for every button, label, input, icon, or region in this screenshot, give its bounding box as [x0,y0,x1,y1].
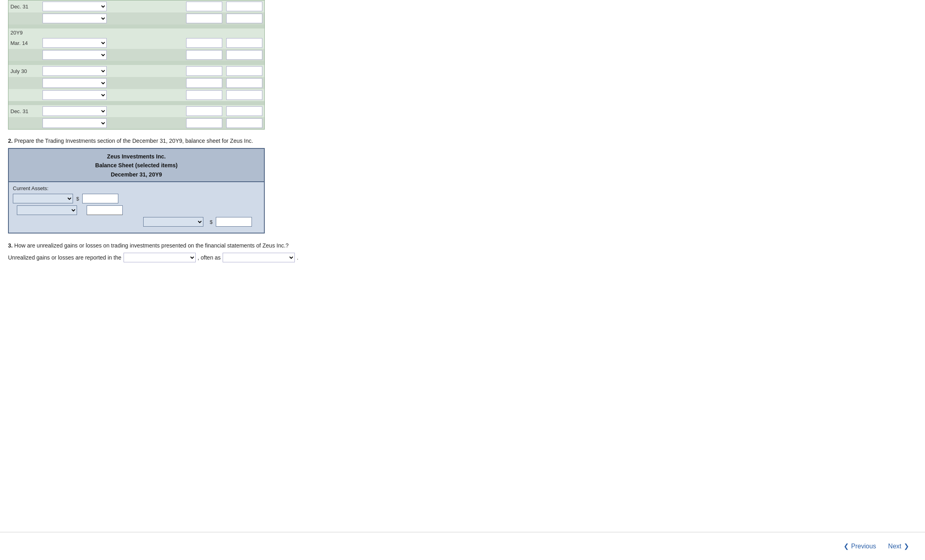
journal-input-dec31-a-debit[interactable] [186,106,222,116]
section3-text-end: . [297,254,298,261]
journal-input-dec31-a-credit[interactable] [226,106,262,116]
journal-input-1a-credit[interactable] [226,2,262,11]
section3-dropdown-1[interactable] [124,253,196,262]
section3-label: 3. How are unrealized gains or losses on… [8,242,473,249]
section3-text-middle: , often as [198,254,221,261]
journal-dropdown-mar14-b[interactable] [43,50,107,60]
journal-input-mar14-a-debit[interactable] [186,38,222,48]
bs-dropdown-row2[interactable] [17,205,77,215]
journal-dropdown-jul30-a[interactable] [43,66,107,76]
journal-dropdown-mar14-a[interactable] [43,38,107,48]
journal-dropdown-dec31-a[interactable] [43,106,107,116]
bs-input-row1[interactable] [82,194,118,203]
section2-description: 2. Prepare the Trading Investments secti… [8,138,473,144]
section3-text-before: Unrealized gains or losses are reported … [8,254,122,261]
journal-input-mar14-b-credit[interactable] [226,50,262,60]
journal-input-jul30-b-credit[interactable] [226,78,262,88]
journal-input-dec31-b-debit[interactable] [186,118,222,128]
journal-dropdown-1a[interactable] [43,2,107,11]
journal-dropdown-dec31-b[interactable] [43,118,107,128]
bs-input-row3[interactable] [216,217,252,227]
journal-input-jul30-c-credit[interactable] [226,90,262,100]
journal-input-jul30-c-debit[interactable] [186,90,222,100]
journal-input-mar14-b-debit[interactable] [186,50,222,60]
journal-input-mar14-a-credit[interactable] [226,38,262,48]
journal-input-jul30-b-debit[interactable] [186,78,222,88]
bs-company-name: Zeus Investments Inc. [9,152,264,161]
journal-input-1b-debit[interactable] [186,14,222,23]
journal-input-1a-debit[interactable] [186,2,222,11]
bs-date: December 31, 20Y9 [9,170,264,179]
current-assets-label: Current Assets: [13,185,260,191]
section3-dropdown-2[interactable] [223,253,295,262]
bs-dropdown-row3[interactable] [143,217,203,227]
year-label-20y9: 20Y9 [8,28,264,37]
journal-input-jul30-a-credit[interactable] [226,66,262,76]
bs-dropdown-row1[interactable] [13,194,73,203]
bs-sheet-title: Balance Sheet (selected items) [9,161,264,170]
journal-dropdown-jul30-b[interactable] [43,78,107,88]
journal-input-1b-credit[interactable] [226,14,262,23]
section3-answer-row: Unrealized gains or losses are reported … [8,253,473,262]
journal-dropdown-1b[interactable] [43,14,107,23]
journal-dropdown-jul30-c[interactable] [43,90,107,100]
bs-input-row2[interactable] [87,205,123,215]
journal-input-jul30-a-debit[interactable] [186,66,222,76]
balance-sheet: Zeus Investments Inc. Balance Sheet (sel… [8,148,265,233]
journal-input-dec31-b-credit[interactable] [226,118,262,128]
